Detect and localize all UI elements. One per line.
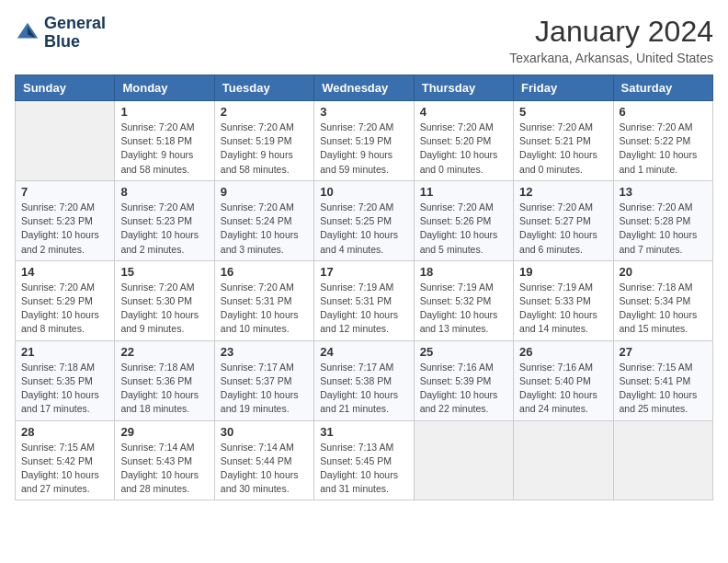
calendar-cell: 19Sunrise: 7:19 AM Sunset: 5:33 PM Dayli… (514, 260, 613, 340)
day-info: Sunrise: 7:20 AM Sunset: 5:20 PM Dayligh… (420, 121, 507, 177)
day-number: 9 (221, 185, 308, 199)
day-info: Sunrise: 7:18 AM Sunset: 5:36 PM Dayligh… (120, 361, 208, 417)
day-info: Sunrise: 7:20 AM Sunset: 5:21 PM Dayligh… (519, 121, 607, 177)
day-number: 10 (320, 185, 407, 199)
day-number: 31 (320, 425, 407, 439)
calendar-cell: 24Sunrise: 7:17 AM Sunset: 5:38 PM Dayli… (314, 340, 414, 420)
day-number: 1 (120, 105, 208, 119)
day-number: 24 (320, 345, 407, 359)
calendar-cell: 28Sunrise: 7:15 AM Sunset: 5:42 PM Dayli… (16, 420, 115, 500)
day-number: 2 (221, 105, 308, 119)
day-info: Sunrise: 7:18 AM Sunset: 5:35 PM Dayligh… (21, 361, 108, 417)
location: Texarkana, Arkansas, United States (509, 51, 713, 65)
calendar-cell: 9Sunrise: 7:20 AM Sunset: 5:24 PM Daylig… (214, 180, 313, 260)
day-info: Sunrise: 7:13 AM Sunset: 5:45 PM Dayligh… (320, 441, 407, 497)
calendar-cell: 29Sunrise: 7:14 AM Sunset: 5:43 PM Dayli… (115, 420, 214, 500)
day-info: Sunrise: 7:17 AM Sunset: 5:37 PM Dayligh… (221, 361, 308, 417)
day-number: 23 (221, 345, 308, 359)
calendar-cell: 21Sunrise: 7:18 AM Sunset: 5:35 PM Dayli… (16, 340, 115, 420)
day-info: Sunrise: 7:19 AM Sunset: 5:33 PM Dayligh… (519, 281, 607, 337)
day-number: 14 (21, 265, 108, 279)
calendar-cell: 18Sunrise: 7:19 AM Sunset: 5:32 PM Dayli… (414, 260, 513, 340)
day-info: Sunrise: 7:14 AM Sunset: 5:44 PM Dayligh… (221, 441, 308, 497)
column-header-thursday: Thursday (414, 75, 513, 101)
day-number: 26 (519, 345, 607, 359)
calendar-cell: 4Sunrise: 7:20 AM Sunset: 5:20 PM Daylig… (414, 101, 513, 181)
month-title: January 2024 (509, 15, 713, 49)
day-info: Sunrise: 7:20 AM Sunset: 5:22 PM Dayligh… (620, 121, 707, 177)
calendar-cell (414, 420, 513, 500)
day-info: Sunrise: 7:20 AM Sunset: 5:28 PM Dayligh… (620, 201, 707, 257)
calendar-cell: 26Sunrise: 7:16 AM Sunset: 5:40 PM Dayli… (514, 340, 613, 420)
day-info: Sunrise: 7:16 AM Sunset: 5:40 PM Dayligh… (519, 361, 607, 417)
calendar-cell: 16Sunrise: 7:20 AM Sunset: 5:31 PM Dayli… (214, 260, 313, 340)
day-number: 19 (519, 265, 607, 279)
calendar-cell: 14Sunrise: 7:20 AM Sunset: 5:29 PM Dayli… (16, 260, 115, 340)
day-number: 16 (221, 265, 308, 279)
calendar-cell: 25Sunrise: 7:16 AM Sunset: 5:39 PM Dayli… (414, 340, 513, 420)
column-header-sunday: Sunday (16, 75, 115, 101)
calendar-cell: 20Sunrise: 7:18 AM Sunset: 5:34 PM Dayli… (613, 260, 712, 340)
day-info: Sunrise: 7:15 AM Sunset: 5:42 PM Dayligh… (21, 441, 108, 497)
calendar-cell: 31Sunrise: 7:13 AM Sunset: 5:45 PM Dayli… (314, 420, 414, 500)
day-info: Sunrise: 7:20 AM Sunset: 5:19 PM Dayligh… (320, 121, 407, 177)
column-header-wednesday: Wednesday (314, 75, 414, 101)
calendar-cell: 12Sunrise: 7:20 AM Sunset: 5:27 PM Dayli… (514, 180, 613, 260)
day-number: 25 (420, 345, 507, 359)
day-number: 27 (620, 345, 707, 359)
column-header-friday: Friday (514, 75, 613, 101)
day-number: 4 (420, 105, 507, 119)
day-number: 28 (21, 425, 108, 439)
day-number: 18 (420, 265, 507, 279)
day-number: 30 (221, 425, 308, 439)
day-number: 6 (620, 105, 707, 119)
day-number: 11 (420, 185, 507, 199)
column-header-saturday: Saturday (613, 75, 712, 101)
day-number: 13 (620, 185, 707, 199)
calendar-week-row: 28Sunrise: 7:15 AM Sunset: 5:42 PM Dayli… (16, 420, 713, 500)
title-block: January 2024 Texarkana, Arkansas, United… (509, 15, 713, 65)
logo: General Blue (15, 15, 106, 52)
day-info: Sunrise: 7:20 AM Sunset: 5:31 PM Dayligh… (221, 281, 308, 337)
calendar-cell: 30Sunrise: 7:14 AM Sunset: 5:44 PM Dayli… (214, 420, 313, 500)
day-number: 17 (320, 265, 407, 279)
day-number: 12 (519, 185, 607, 199)
day-info: Sunrise: 7:16 AM Sunset: 5:39 PM Dayligh… (420, 361, 507, 417)
day-number: 22 (120, 345, 208, 359)
day-info: Sunrise: 7:20 AM Sunset: 5:30 PM Dayligh… (120, 281, 208, 337)
calendar-cell: 7Sunrise: 7:20 AM Sunset: 5:23 PM Daylig… (16, 180, 115, 260)
calendar-cell: 10Sunrise: 7:20 AM Sunset: 5:25 PM Dayli… (314, 180, 414, 260)
day-number: 29 (120, 425, 208, 439)
calendar-cell: 22Sunrise: 7:18 AM Sunset: 5:36 PM Dayli… (115, 340, 214, 420)
day-info: Sunrise: 7:14 AM Sunset: 5:43 PM Dayligh… (120, 441, 208, 497)
logo-text: General Blue (44, 15, 106, 52)
day-info: Sunrise: 7:20 AM Sunset: 5:24 PM Dayligh… (221, 201, 308, 257)
day-number: 21 (21, 345, 108, 359)
column-header-monday: Monday (115, 75, 214, 101)
day-number: 15 (120, 265, 208, 279)
day-info: Sunrise: 7:20 AM Sunset: 5:27 PM Dayligh… (519, 201, 607, 257)
day-info: Sunrise: 7:20 AM Sunset: 5:23 PM Dayligh… (21, 201, 108, 257)
day-info: Sunrise: 7:15 AM Sunset: 5:41 PM Dayligh… (620, 361, 707, 417)
calendar-header-row: SundayMondayTuesdayWednesdayThursdayFrid… (16, 75, 713, 101)
day-info: Sunrise: 7:20 AM Sunset: 5:29 PM Dayligh… (21, 281, 108, 337)
calendar-cell: 15Sunrise: 7:20 AM Sunset: 5:30 PM Dayli… (115, 260, 214, 340)
day-info: Sunrise: 7:18 AM Sunset: 5:34 PM Dayligh… (620, 281, 707, 337)
day-number: 8 (120, 185, 208, 199)
calendar-cell: 6Sunrise: 7:20 AM Sunset: 5:22 PM Daylig… (613, 101, 712, 181)
day-info: Sunrise: 7:20 AM Sunset: 5:18 PM Dayligh… (120, 121, 208, 177)
day-number: 3 (320, 105, 407, 119)
day-info: Sunrise: 7:17 AM Sunset: 5:38 PM Dayligh… (320, 361, 407, 417)
calendar-cell: 23Sunrise: 7:17 AM Sunset: 5:37 PM Dayli… (214, 340, 313, 420)
day-number: 5 (519, 105, 607, 119)
calendar-cell: 3Sunrise: 7:20 AM Sunset: 5:19 PM Daylig… (314, 101, 414, 181)
calendar-cell: 1Sunrise: 7:20 AM Sunset: 5:18 PM Daylig… (115, 101, 214, 181)
day-info: Sunrise: 7:19 AM Sunset: 5:31 PM Dayligh… (320, 281, 407, 337)
calendar-week-row: 21Sunrise: 7:18 AM Sunset: 5:35 PM Dayli… (16, 340, 713, 420)
calendar-cell: 17Sunrise: 7:19 AM Sunset: 5:31 PM Dayli… (314, 260, 414, 340)
calendar-cell: 11Sunrise: 7:20 AM Sunset: 5:26 PM Dayli… (414, 180, 513, 260)
page-header: General Blue January 2024 Texarkana, Ark… (15, 15, 713, 65)
day-info: Sunrise: 7:20 AM Sunset: 5:25 PM Dayligh… (320, 201, 407, 257)
calendar-cell: 8Sunrise: 7:20 AM Sunset: 5:23 PM Daylig… (115, 180, 214, 260)
calendar-cell (16, 101, 115, 181)
